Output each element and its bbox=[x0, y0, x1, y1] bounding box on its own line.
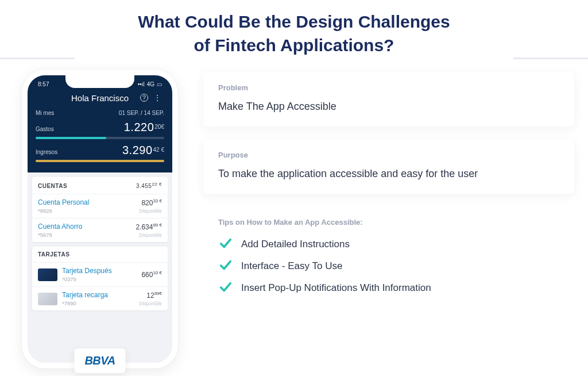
card-thumbnail-icon bbox=[38, 293, 57, 305]
purpose-label: Purpose bbox=[218, 151, 559, 159]
kebab-menu-icon[interactable]: ⋮ bbox=[154, 94, 161, 102]
tarjetas-title: TARJETAS bbox=[38, 251, 69, 258]
account-name: Cuenta Ahorro bbox=[38, 222, 82, 231]
ingresos-label: Ingresos bbox=[36, 149, 62, 155]
brand-logo-text: BBVA bbox=[84, 354, 115, 367]
network-label: 4G bbox=[147, 81, 154, 87]
status-right: ••ıl 4G ▭ bbox=[138, 81, 162, 87]
gastos-row: Gastos 1.22020€ bbox=[34, 120, 165, 135]
problem-card: Problem Make The App Accessible bbox=[203, 72, 574, 126]
battery-icon: ▭ bbox=[157, 81, 162, 87]
phone-mockup-wrap: 8:57 ••ıl 4G ▭ Hola Francisco ? ⋮ Mi mes bbox=[14, 70, 186, 369]
account-amount: 2.63489 € bbox=[136, 222, 162, 231]
card-row[interactable]: Tarjeta recarga *7890 1289€ Disponible bbox=[32, 286, 168, 310]
greeting-row: Hola Francisco ? ⋮ bbox=[34, 92, 165, 109]
card-name: Tarjeta Después bbox=[62, 267, 137, 275]
phone-frame: 8:57 ••ıl 4G ▭ Hola Francisco ? ⋮ Mi mes bbox=[22, 70, 178, 369]
signal-icon: ••ıl bbox=[138, 81, 145, 87]
gastos-bar bbox=[36, 137, 164, 139]
check-icon bbox=[218, 237, 233, 250]
gastos-value: 1.220 bbox=[124, 121, 154, 133]
phone-screen: 8:57 ••ıl 4G ▭ Hola Francisco ? ⋮ Mi mes bbox=[28, 75, 172, 363]
card-amount: 66010 € bbox=[141, 270, 162, 279]
problem-body: Make The App Accessible bbox=[218, 99, 559, 114]
brand-badge: BBVA bbox=[74, 348, 125, 373]
phone-notch bbox=[65, 75, 134, 88]
tips-label: Tips on How to Make an App Accessible: bbox=[218, 218, 559, 227]
tips-card: Tips on How to Make an App Accessible: A… bbox=[203, 206, 574, 311]
mi-mes-label: Mi mes bbox=[36, 110, 54, 116]
problem-label: Problem bbox=[218, 83, 559, 92]
account-name: Cuenta Personal bbox=[38, 198, 89, 206]
greeting-text: Hola Francisco bbox=[71, 93, 129, 103]
ingresos-bar bbox=[36, 160, 164, 162]
title-line-1: What Could Be the Design Challenges bbox=[138, 12, 450, 31]
account-row[interactable]: Cuenta Personal *8826 82033 € Disponible bbox=[32, 194, 168, 218]
app-header: 8:57 ••ıl 4G ▭ Hola Francisco ? ⋮ Mi mes bbox=[28, 75, 172, 172]
info-icon[interactable]: ? bbox=[140, 94, 148, 102]
check-icon bbox=[218, 259, 233, 272]
tips-item-text: Add Detailed Instructions bbox=[241, 237, 350, 251]
cuentas-total-cents: 22 € bbox=[152, 182, 162, 187]
tips-item: Add Detailed Instructions bbox=[218, 233, 559, 255]
ingresos-cents: 42 € bbox=[153, 147, 164, 153]
phone-body: CUENTAS 3.45522 € Cuenta Personal *8826 bbox=[28, 172, 172, 320]
content-row: 8:57 ••ıl 4G ▭ Hola Francisco ? ⋮ Mi mes bbox=[0, 64, 588, 369]
tips-item: Insert Pop-Up Notifications With Informa… bbox=[218, 277, 559, 299]
tarjetas-header: TARJETAS bbox=[32, 247, 168, 262]
account-amount: 82033 € bbox=[139, 198, 162, 207]
account-row[interactable]: Cuenta Ahorro *5678 2.63489 € Disponible bbox=[32, 218, 168, 242]
card-row[interactable]: Tarjeta Después *0379 66010 € bbox=[32, 262, 168, 286]
ingresos-row: Ingresos 3.29042 € bbox=[34, 143, 165, 158]
right-column: Problem Make The App Accessible Purpose … bbox=[203, 70, 574, 369]
card-status: Disponible bbox=[139, 301, 162, 306]
card-thumbnail-icon bbox=[38, 268, 57, 281]
tips-item-text: Insert Pop-Up Notifications With Informa… bbox=[241, 281, 431, 295]
tarjetas-card: TARJETAS Tarjeta Después *0379 66010 € bbox=[32, 247, 168, 310]
card-amount: 1289€ bbox=[139, 291, 162, 300]
cuentas-total-main: 3.455 bbox=[136, 183, 152, 189]
purpose-body: To make the application accessible and e… bbox=[218, 166, 559, 181]
cuentas-total: 3.45522 € bbox=[136, 182, 162, 189]
gastos-label: Gastos bbox=[36, 126, 62, 132]
tips-item-text: Interface - Easy To Use bbox=[241, 259, 342, 273]
card-number: *7890 bbox=[62, 300, 134, 306]
cuentas-header: CUENTAS 3.45522 € bbox=[32, 177, 168, 194]
account-status: Disponible bbox=[139, 208, 162, 214]
account-number: *8826 bbox=[38, 208, 89, 214]
account-status: Disponible bbox=[136, 232, 162, 238]
cuentas-title: CUENTAS bbox=[38, 183, 67, 189]
cuentas-card: CUENTAS 3.45522 € Cuenta Personal *8826 bbox=[32, 177, 168, 242]
purpose-card: Purpose To make the application accessib… bbox=[203, 139, 574, 194]
date-range: 01 SEP. / 14 SEP. bbox=[119, 110, 164, 116]
title-line-2: of Fintech Applications? bbox=[194, 36, 394, 55]
ingresos-value: 3.290 bbox=[122, 144, 153, 156]
account-number: *5678 bbox=[38, 232, 82, 238]
tips-list: Add Detailed Instructions Interface - Ea… bbox=[218, 233, 559, 298]
card-name: Tarjeta recarga bbox=[62, 291, 134, 299]
status-time: 8:57 bbox=[38, 81, 49, 87]
gastos-cents: 20€ bbox=[154, 124, 164, 130]
page-title: What Could Be the Design Challenges of F… bbox=[0, 0, 588, 64]
card-number: *0379 bbox=[62, 276, 137, 282]
mi-mes-row: Mi mes 01 SEP. / 14 SEP. bbox=[34, 109, 165, 120]
check-icon bbox=[218, 281, 233, 294]
tips-item: Interface - Easy To Use bbox=[218, 255, 559, 277]
